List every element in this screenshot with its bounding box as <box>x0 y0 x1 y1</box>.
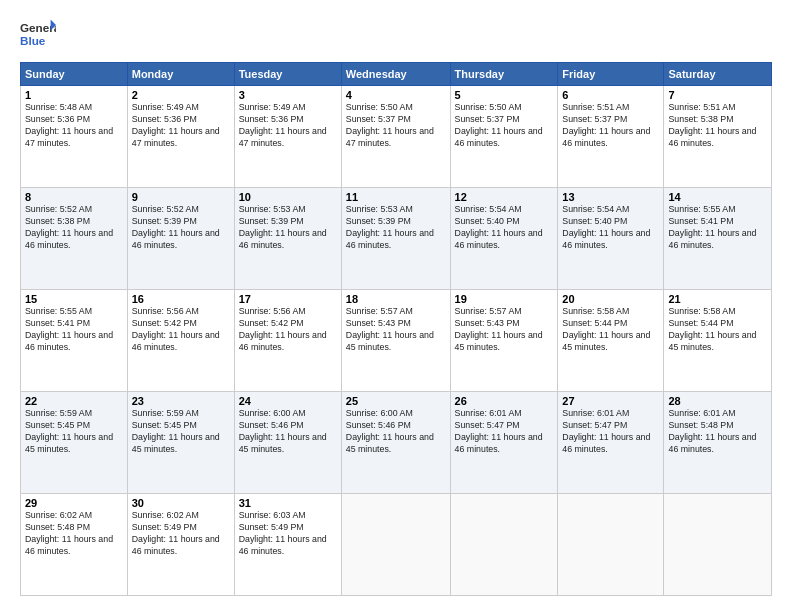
cell-daylight: Daylight: 11 hours and 45 minutes. <box>455 330 554 354</box>
cell-daylight: Daylight: 11 hours and 46 minutes. <box>25 330 123 354</box>
calendar-row-4: 29Sunrise: 6:02 AMSunset: 5:48 PMDayligh… <box>21 494 772 596</box>
cell-day-number: 19 <box>455 293 554 305</box>
cell-sunset: Sunset: 5:36 PM <box>25 114 123 126</box>
cell-day-number: 31 <box>239 497 337 509</box>
cell-day-number: 23 <box>132 395 230 407</box>
cell-day-number: 25 <box>346 395 446 407</box>
cell-day-number: 14 <box>668 191 767 203</box>
cell-day-number: 5 <box>455 89 554 101</box>
calendar-row-0: 1Sunrise: 5:48 AMSunset: 5:36 PMDaylight… <box>21 86 772 188</box>
calendar-cell-19: 19Sunrise: 5:57 AMSunset: 5:43 PMDayligh… <box>450 290 558 392</box>
cell-sunrise: Sunrise: 5:48 AM <box>25 102 123 114</box>
col-friday: Friday <box>558 63 664 86</box>
col-thursday: Thursday <box>450 63 558 86</box>
calendar-cell-16: 16Sunrise: 5:56 AMSunset: 5:42 PMDayligh… <box>127 290 234 392</box>
calendar-row-1: 8Sunrise: 5:52 AMSunset: 5:38 PMDaylight… <box>21 188 772 290</box>
cell-day-number: 1 <box>25 89 123 101</box>
cell-day-number: 17 <box>239 293 337 305</box>
cell-day-number: 22 <box>25 395 123 407</box>
calendar-cell-empty-5 <box>558 494 664 596</box>
cell-daylight: Daylight: 11 hours and 45 minutes. <box>132 432 230 456</box>
col-monday: Monday <box>127 63 234 86</box>
cell-sunset: Sunset: 5:44 PM <box>562 318 659 330</box>
cell-sunrise: Sunrise: 5:53 AM <box>346 204 446 216</box>
calendar-cell-9: 9Sunrise: 5:52 AMSunset: 5:39 PMDaylight… <box>127 188 234 290</box>
calendar-cell-5: 5Sunrise: 5:50 AMSunset: 5:37 PMDaylight… <box>450 86 558 188</box>
cell-daylight: Daylight: 11 hours and 45 minutes. <box>239 432 337 456</box>
cell-sunrise: Sunrise: 5:54 AM <box>455 204 554 216</box>
cell-sunset: Sunset: 5:38 PM <box>25 216 123 228</box>
cell-sunrise: Sunrise: 5:58 AM <box>668 306 767 318</box>
cell-day-number: 18 <box>346 293 446 305</box>
cell-sunset: Sunset: 5:39 PM <box>239 216 337 228</box>
cell-sunset: Sunset: 5:49 PM <box>239 522 337 534</box>
calendar-row-3: 22Sunrise: 5:59 AMSunset: 5:45 PMDayligh… <box>21 392 772 494</box>
cell-sunset: Sunset: 5:46 PM <box>346 420 446 432</box>
cell-day-number: 2 <box>132 89 230 101</box>
cell-daylight: Daylight: 11 hours and 47 minutes. <box>132 126 230 150</box>
calendar-header-row: Sunday Monday Tuesday Wednesday Thursday… <box>21 63 772 86</box>
cell-sunrise: Sunrise: 5:51 AM <box>562 102 659 114</box>
cell-day-number: 20 <box>562 293 659 305</box>
calendar-cell-28: 28Sunrise: 6:01 AMSunset: 5:48 PMDayligh… <box>664 392 772 494</box>
cell-day-number: 15 <box>25 293 123 305</box>
cell-sunrise: Sunrise: 6:01 AM <box>668 408 767 420</box>
cell-sunset: Sunset: 5:38 PM <box>668 114 767 126</box>
logo: General Blue <box>20 16 56 52</box>
calendar-cell-24: 24Sunrise: 6:00 AMSunset: 5:46 PMDayligh… <box>234 392 341 494</box>
cell-sunset: Sunset: 5:47 PM <box>455 420 554 432</box>
cell-daylight: Daylight: 11 hours and 46 minutes. <box>668 126 767 150</box>
cell-daylight: Daylight: 11 hours and 46 minutes. <box>132 534 230 558</box>
cell-day-number: 11 <box>346 191 446 203</box>
calendar-cell-27: 27Sunrise: 6:01 AMSunset: 5:47 PMDayligh… <box>558 392 664 494</box>
cell-sunrise: Sunrise: 6:02 AM <box>25 510 123 522</box>
cell-daylight: Daylight: 11 hours and 46 minutes. <box>455 432 554 456</box>
cell-sunrise: Sunrise: 5:57 AM <box>346 306 446 318</box>
cell-daylight: Daylight: 11 hours and 46 minutes. <box>562 126 659 150</box>
cell-daylight: Daylight: 11 hours and 45 minutes. <box>346 432 446 456</box>
cell-daylight: Daylight: 11 hours and 47 minutes. <box>346 126 446 150</box>
cell-daylight: Daylight: 11 hours and 46 minutes. <box>239 534 337 558</box>
cell-sunset: Sunset: 5:45 PM <box>25 420 123 432</box>
calendar-cell-8: 8Sunrise: 5:52 AMSunset: 5:38 PMDaylight… <box>21 188 128 290</box>
cell-day-number: 26 <box>455 395 554 407</box>
cell-sunrise: Sunrise: 6:00 AM <box>239 408 337 420</box>
cell-day-number: 6 <box>562 89 659 101</box>
cell-sunset: Sunset: 5:37 PM <box>455 114 554 126</box>
cell-sunset: Sunset: 5:49 PM <box>132 522 230 534</box>
cell-sunset: Sunset: 5:47 PM <box>562 420 659 432</box>
cell-daylight: Daylight: 11 hours and 47 minutes. <box>239 126 337 150</box>
cell-daylight: Daylight: 11 hours and 45 minutes. <box>668 330 767 354</box>
calendar-cell-14: 14Sunrise: 5:55 AMSunset: 5:41 PMDayligh… <box>664 188 772 290</box>
cell-daylight: Daylight: 11 hours and 46 minutes. <box>25 534 123 558</box>
calendar-cell-26: 26Sunrise: 6:01 AMSunset: 5:47 PMDayligh… <box>450 392 558 494</box>
cell-day-number: 24 <box>239 395 337 407</box>
cell-sunrise: Sunrise: 5:52 AM <box>25 204 123 216</box>
col-saturday: Saturday <box>664 63 772 86</box>
cell-sunrise: Sunrise: 5:56 AM <box>132 306 230 318</box>
cell-sunrise: Sunrise: 5:52 AM <box>132 204 230 216</box>
cell-sunrise: Sunrise: 6:00 AM <box>346 408 446 420</box>
calendar-cell-20: 20Sunrise: 5:58 AMSunset: 5:44 PMDayligh… <box>558 290 664 392</box>
cell-sunset: Sunset: 5:45 PM <box>132 420 230 432</box>
calendar-cell-30: 30Sunrise: 6:02 AMSunset: 5:49 PMDayligh… <box>127 494 234 596</box>
cell-day-number: 10 <box>239 191 337 203</box>
cell-sunrise: Sunrise: 5:54 AM <box>562 204 659 216</box>
cell-daylight: Daylight: 11 hours and 46 minutes. <box>455 126 554 150</box>
cell-sunrise: Sunrise: 6:03 AM <box>239 510 337 522</box>
cell-sunrise: Sunrise: 5:59 AM <box>25 408 123 420</box>
cell-sunrise: Sunrise: 6:01 AM <box>455 408 554 420</box>
calendar-cell-31: 31Sunrise: 6:03 AMSunset: 5:49 PMDayligh… <box>234 494 341 596</box>
cell-sunset: Sunset: 5:43 PM <box>346 318 446 330</box>
cell-daylight: Daylight: 11 hours and 46 minutes. <box>668 432 767 456</box>
cell-sunrise: Sunrise: 5:50 AM <box>455 102 554 114</box>
cell-sunrise: Sunrise: 5:53 AM <box>239 204 337 216</box>
cell-sunset: Sunset: 5:36 PM <box>132 114 230 126</box>
cell-sunrise: Sunrise: 5:50 AM <box>346 102 446 114</box>
cell-sunrise: Sunrise: 5:57 AM <box>455 306 554 318</box>
cell-sunset: Sunset: 5:37 PM <box>562 114 659 126</box>
cell-day-number: 7 <box>668 89 767 101</box>
calendar-cell-empty-3 <box>341 494 450 596</box>
cell-daylight: Daylight: 11 hours and 46 minutes. <box>239 228 337 252</box>
cell-sunrise: Sunrise: 5:59 AM <box>132 408 230 420</box>
